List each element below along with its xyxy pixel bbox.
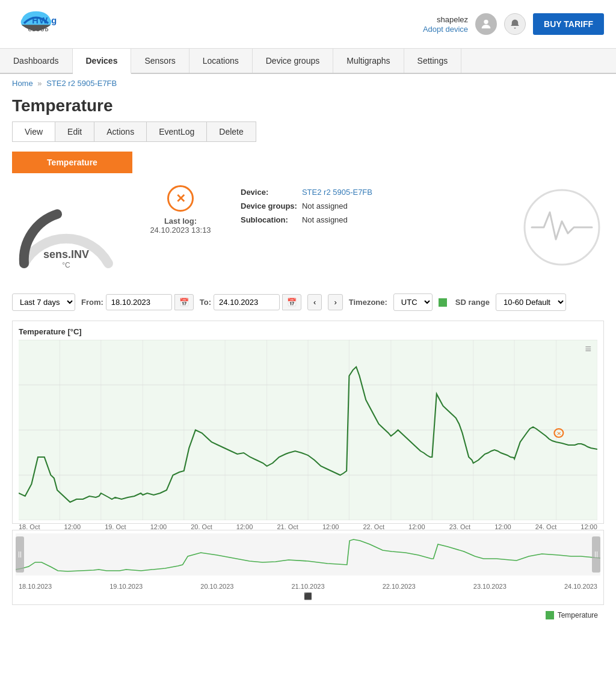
device-groups-label: Device groups: (241, 199, 302, 213)
nav-settings[interactable]: Settings (404, 49, 462, 73)
bell-icon (510, 19, 520, 29)
timezone-select[interactable]: UTC (393, 293, 433, 311)
tab-eventlog[interactable]: EventLog (147, 122, 207, 141)
mini-chart-left-handle[interactable] (16, 536, 24, 573)
last-log-time: 24.10.2023 13:13 (150, 226, 211, 235)
from-calendar-button[interactable]: 📅 (174, 294, 194, 310)
gauge-unit: °C (43, 261, 89, 269)
svg-text:CLOUD: CLOUD (28, 27, 49, 32)
tab-view[interactable]: View (13, 122, 55, 141)
header: g W H CLOUD shapelez Adopt device BUY TA… (0, 0, 616, 49)
breadcrumb-device[interactable]: STE2 r2 5905-E7FB (46, 79, 117, 88)
buy-tariff-button[interactable]: BUY TARIFF (533, 13, 604, 35)
nav-devices[interactable]: Devices (73, 49, 132, 74)
avatar-icon (479, 17, 493, 31)
main-chart-wrapper: Temperature [°C] ≡ (12, 321, 604, 524)
last-log-label: Last log: (150, 217, 211, 226)
gauge: sens.INV °C (12, 185, 120, 281)
chart-controls: Last 7 days From: 📅 To: 📅 ‹ › Timezone: … (12, 293, 604, 311)
device-label: Device: (241, 185, 302, 199)
monitor-icon-area (520, 185, 604, 269)
error-icon: ✕ (167, 185, 194, 212)
from-date-input[interactable] (106, 294, 172, 310)
date-range-select[interactable]: Last 7 days (12, 293, 75, 311)
chart-menu-button[interactable]: ≡ (585, 343, 591, 355)
x-axis-labels: 18. Oct 12:00 19. Oct 12:00 20. Oct 12:0… (19, 522, 597, 532)
breadcrumb-home[interactable]: Home (12, 79, 33, 88)
mini-chart-wrapper: 18.10.2023 19.10.2023 20.10.2023 21.10.2… (12, 530, 604, 605)
device-link[interactable]: STE2 r2 5905-E7FB (302, 188, 372, 197)
gauge-label: sens.INV °C (43, 248, 89, 269)
nav-device-groups[interactable]: Device groups (253, 49, 334, 73)
gauge-value: sens.INV (43, 248, 89, 261)
tab-actions[interactable]: Actions (94, 122, 147, 141)
to-date-group: To: 📅 (200, 294, 301, 310)
device-row: Device: STE2 r2 5905-E7FB (241, 185, 377, 199)
svg-point-7 (484, 20, 488, 24)
breadcrumb-separator: » (37, 79, 42, 88)
last-log: Last log: 24.10.2023 13:13 (150, 217, 211, 235)
sensor-tabs: View Edit Actions EventLog Delete (12, 121, 256, 142)
header-right: shapelez Adopt device BUY TARIFF (423, 13, 604, 35)
chart-title: Temperature [°C] (19, 327, 597, 336)
svg-text:✕: ✕ (556, 431, 561, 437)
logo-icon: g W H CLOUD (12, 6, 60, 42)
sd-color-indicator (439, 298, 447, 307)
to-calendar-button[interactable]: 📅 (282, 294, 301, 310)
device-details: Device: STE2 r2 5905-E7FB Device groups:… (241, 185, 377, 227)
device-groups-row: Device groups: Not assigned (241, 199, 377, 213)
mini-x-labels: 18.10.2023 19.10.2023 20.10.2023 21.10.2… (16, 582, 600, 591)
nav-locations[interactable]: Locations (189, 49, 253, 73)
sublocation-value: Not assigned (302, 213, 377, 227)
chart-legend: Temperature (12, 611, 604, 619)
mini-chart-svg (16, 533, 600, 576)
status-area: ✕ Last log: 24.10.2023 13:13 (144, 185, 217, 235)
nav-sensors[interactable]: Sensors (131, 49, 189, 73)
mini-chart (16, 533, 600, 582)
to-date-input[interactable] (214, 294, 280, 310)
user-info: shapelez Adopt device (423, 15, 468, 34)
breadcrumb: Home » STE2 r2 5905-E7FB (0, 74, 616, 93)
next-button[interactable]: › (328, 294, 342, 310)
chart-area: ≡ (19, 340, 597, 520)
mini-chart-right-handle[interactable] (592, 536, 600, 573)
avatar[interactable] (475, 13, 497, 35)
username: shapelez (423, 15, 468, 24)
tab-delete[interactable]: Delete (207, 122, 255, 141)
to-label: To: (200, 298, 211, 307)
prev-button[interactable]: ‹ (307, 294, 322, 310)
device-groups-value: Not assigned (302, 199, 377, 213)
tab-edit[interactable]: Edit (55, 122, 94, 141)
notifications-button[interactable] (504, 13, 526, 35)
page-title: Temperature (0, 93, 616, 121)
svg-text:H: H (32, 16, 38, 25)
nav-dashboards[interactable]: Dashboards (0, 49, 73, 73)
svg-text:W: W (39, 16, 48, 25)
sensor-info-row: sens.INV °C ✕ Last log: 24.10.2023 13:13… (12, 185, 604, 281)
legend-label: Temperature (558, 611, 598, 619)
svg-rect-36 (16, 533, 600, 576)
sd-range-label: SD range (455, 298, 490, 307)
sd-range-select[interactable]: 10-60 Default (496, 293, 566, 311)
main-nav: Dashboards Devices Sensors Locations Dev… (0, 49, 616, 74)
main-chart-svg: 26 25 24 23 22 ✕ (19, 340, 597, 520)
from-label: From: (81, 298, 103, 307)
adopt-device-link[interactable]: Adopt device (423, 25, 468, 34)
scrollbar-hint: ⬛ (16, 591, 600, 601)
sublocation-label: Sublocation: (241, 213, 302, 227)
sensor-temperature-button[interactable]: Temperature (12, 152, 132, 173)
sublocation-row: Sublocation: Not assigned (241, 213, 377, 227)
main-content: Temperature sens.INV °C ✕ Last log: 24.1… (0, 152, 616, 619)
timezone-label: Timezone: (349, 298, 387, 307)
nav-multigraphs[interactable]: Multigraphs (333, 49, 404, 73)
logo: g W H CLOUD (12, 6, 60, 42)
monitor-icon (523, 188, 601, 266)
legend-color-box (546, 611, 554, 619)
svg-text:g: g (51, 16, 57, 25)
from-date-group: From: 📅 (81, 294, 194, 310)
